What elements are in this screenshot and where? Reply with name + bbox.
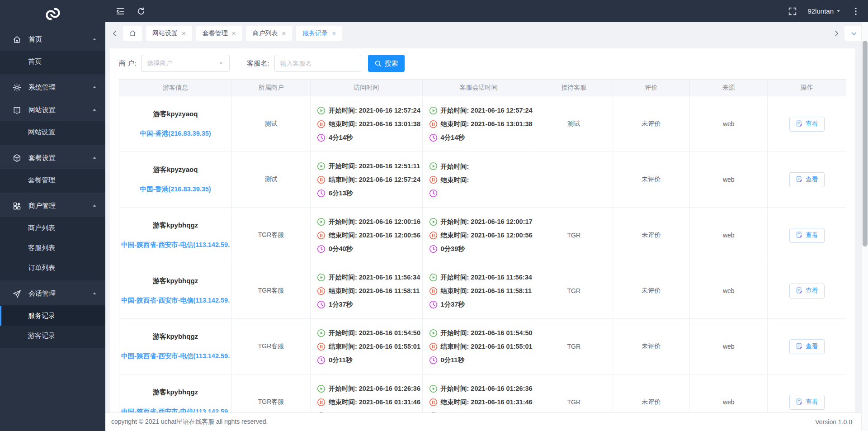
tab-套餐管理[interactable]: 套餐管理× bbox=[196, 26, 242, 41]
play-icon bbox=[317, 106, 326, 115]
tabbar: 网站设置×套餐管理×商户列表×服务记录× bbox=[105, 22, 868, 44]
tab-home[interactable] bbox=[123, 26, 142, 41]
visitor-location-link[interactable]: 中国-陕西省-西安市-电信(113.142.59. bbox=[119, 407, 231, 412]
visitor-location-link[interactable]: 中国-陕西省-西安市-电信(113.142.59. bbox=[119, 241, 231, 249]
session-times: 开始时间: 2021-06-16 12:57:24结束时间: 2021-06-1… bbox=[429, 106, 533, 142]
tab-商户列表[interactable]: 商户列表× bbox=[246, 26, 292, 41]
view-button[interactable]: 查看 bbox=[789, 228, 825, 243]
table-row: 游客kpybhqgz中国-陕西省-西安市-电信(113.142.59.TGR客服… bbox=[119, 263, 846, 319]
agent-name-input[interactable] bbox=[274, 55, 361, 72]
view-button-label: 查看 bbox=[806, 120, 818, 128]
time-line: 0分40秒 bbox=[317, 244, 420, 253]
time-text: 1分37秒 bbox=[329, 300, 353, 309]
clock-icon bbox=[317, 300, 326, 309]
sidebar-subitem-客服列表[interactable]: 客服列表 bbox=[0, 238, 105, 258]
table-row: 游客kpyzyaoq中国-香港(216.83.39.35)测试开始时间: 202… bbox=[119, 152, 846, 208]
sidebar-subitem-label: 客服列表 bbox=[28, 244, 55, 252]
play-icon bbox=[317, 329, 326, 337]
rating-cell: 未评价 bbox=[613, 96, 689, 152]
time-line: 开始时间: 2021-06-16 12:57:24 bbox=[429, 106, 533, 115]
tabs-scroll-left-icon[interactable] bbox=[111, 29, 119, 38]
sidebar-subitem-服务记录[interactable]: 服务记录 bbox=[0, 306, 105, 326]
merchant-cell: 测试 bbox=[232, 152, 311, 208]
sidebar-item-套餐设置[interactable]: 套餐设置 bbox=[0, 147, 105, 169]
sidebar-subitem-网站设置[interactable]: 网站设置 bbox=[0, 122, 105, 142]
time-text: 4分14秒 bbox=[329, 133, 353, 142]
view-button[interactable]: 查看 bbox=[789, 172, 825, 187]
time-text: 开始时间: 2021-06-16 12:57:24 bbox=[329, 106, 420, 115]
chevron-up-icon bbox=[92, 85, 97, 90]
sidebar-subitem-游客记录[interactable]: 游客记录 bbox=[0, 326, 105, 346]
view-button[interactable]: 查看 bbox=[789, 117, 825, 132]
view-button[interactable]: 查看 bbox=[789, 395, 825, 410]
source-cell: web bbox=[690, 152, 768, 208]
view-button[interactable]: 查看 bbox=[789, 284, 825, 298]
sidebar-item-网站设置[interactable]: 网站设置 bbox=[0, 99, 105, 121]
rating-cell: 未评价 bbox=[613, 152, 689, 208]
close-icon[interactable]: × bbox=[282, 30, 286, 37]
sidebar-subitem-label: 套餐管理 bbox=[28, 176, 55, 185]
sidebar-subitem-套餐管理[interactable]: 套餐管理 bbox=[0, 170, 105, 190]
tab-label: 服务记录 bbox=[302, 29, 328, 38]
username: 92luntan bbox=[807, 7, 834, 15]
fullscreen-icon[interactable] bbox=[788, 6, 797, 16]
time-text: 结束时间: bbox=[441, 175, 469, 185]
merchant-select[interactable]: 选择商户 bbox=[141, 55, 230, 72]
close-icon[interactable]: × bbox=[232, 30, 236, 37]
clock-icon bbox=[429, 356, 438, 365]
visitor-location-link[interactable]: 中国-香港(216.83.39.35) bbox=[119, 129, 231, 138]
sidebar-item-系统管理[interactable]: 系统管理 bbox=[0, 76, 105, 99]
sidebar-subitem-label: 游客记录 bbox=[28, 332, 55, 340]
vertical-scrollbar[interactable] bbox=[861, 22, 868, 431]
time-text: 结束时间: 2021-06-16 01:31:46 bbox=[329, 398, 420, 407]
view-button[interactable]: 查看 bbox=[789, 339, 825, 354]
tabs-dropdown-button[interactable] bbox=[844, 26, 863, 41]
time-text: 开始时间: 2021-06-16 11:56:34 bbox=[441, 273, 532, 282]
close-icon[interactable]: × bbox=[182, 30, 186, 37]
session-times: 开始时间:结束时间: bbox=[429, 162, 533, 198]
gear-icon bbox=[12, 83, 22, 92]
clock-icon bbox=[317, 245, 326, 253]
sidebar-item-会话管理[interactable]: 会话管理 bbox=[0, 282, 105, 305]
action-cell: 查看 bbox=[768, 263, 846, 319]
search-button[interactable]: 搜索 bbox=[368, 55, 405, 72]
sidebar-subitem-订单列表[interactable]: 订单列表 bbox=[0, 258, 105, 278]
merchant-select-placeholder: 选择商户 bbox=[147, 59, 172, 67]
kebab-menu-icon[interactable] bbox=[851, 6, 861, 16]
collapse-sidebar-icon[interactable] bbox=[115, 6, 125, 16]
column-header: 客服会话时间 bbox=[422, 80, 535, 96]
topbar-right: 92luntan bbox=[788, 6, 861, 16]
tab-服务记录[interactable]: 服务记录× bbox=[296, 26, 342, 41]
select-caret-icon bbox=[218, 61, 224, 66]
play-icon bbox=[317, 162, 326, 171]
visitor-location-link[interactable]: 中国-陕西省-西安市-电信(113.142.59. bbox=[119, 296, 231, 305]
time-line: 结束时间: 2021-06-16 01:55:01 bbox=[429, 342, 533, 351]
sidebar-item-首页[interactable]: 首页 bbox=[0, 28, 105, 51]
time-line: 4分14秒 bbox=[317, 133, 420, 142]
time-text: 开始时间: 2021-06-16 01:54:50 bbox=[441, 328, 533, 337]
user-menu[interactable]: 92luntan bbox=[807, 7, 841, 15]
visitor-location-link[interactable]: 中国-陕西省-西安市-电信(113.142.59. bbox=[119, 352, 231, 360]
column-header: 接待客服 bbox=[535, 80, 613, 96]
scrollbar-thumb[interactable] bbox=[863, 41, 868, 246]
time-line: 结束时间: 2021-06-16 13:01:38 bbox=[429, 119, 533, 128]
refresh-icon[interactable] bbox=[136, 6, 146, 16]
clock-icon bbox=[317, 133, 326, 142]
document-edit-icon bbox=[796, 175, 803, 184]
pause-icon bbox=[429, 175, 438, 184]
visitor-location-link[interactable]: 中国-香港(216.83.39.35) bbox=[119, 185, 231, 194]
tabs-scroll-right-icon[interactable] bbox=[832, 29, 840, 38]
play-icon bbox=[429, 384, 438, 393]
time-text: 0分39秒 bbox=[441, 244, 465, 253]
pause-icon bbox=[429, 120, 438, 128]
tab-网站设置[interactable]: 网站设置× bbox=[146, 26, 192, 41]
sidebar-subitem-商户列表[interactable]: 商户列表 bbox=[0, 218, 105, 238]
sidebar-item-商户管理[interactable]: 商户管理 bbox=[0, 194, 105, 217]
visit-times: 开始时间: 2021-06-16 12:51:11结束时间: 2021-06-1… bbox=[317, 161, 420, 198]
time-line: 开始时间: 2021-06-16 11:56:34 bbox=[317, 273, 420, 282]
website-book-icon bbox=[12, 105, 22, 115]
close-icon[interactable]: × bbox=[332, 30, 336, 37]
search-button-label: 搜索 bbox=[385, 59, 398, 68]
sidebar-subitem-首页[interactable]: 首页 bbox=[0, 52, 105, 71]
table-row: 游客kpyzyaoq中国-香港(216.83.39.35)测试开始时间: 202… bbox=[119, 96, 846, 152]
